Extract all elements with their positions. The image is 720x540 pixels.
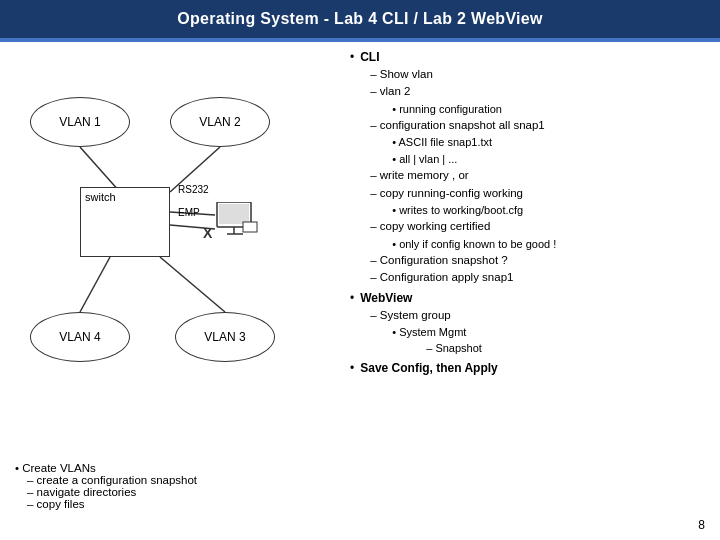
create-vlans-item: Create VLANs [15, 462, 197, 474]
page-header: Operating System - Lab 4 CLI / Lab 2 Web… [0, 0, 720, 38]
x-mark: X [203, 225, 212, 241]
bullet-dot-save: • [350, 361, 354, 375]
rs232-label: RS232 [178, 184, 209, 195]
computer-icon [215, 202, 260, 240]
save-config-item: Save Config, then Apply [360, 361, 498, 375]
bullet-dot-webview: • [350, 291, 354, 305]
copy-running-item: copy running-config working writes to wo… [370, 185, 556, 219]
vlan2-item: vlan 2 running configuration [370, 83, 556, 117]
config-apply-item: Configuration apply snap1 [370, 269, 556, 286]
left-panel: VLAN 1 VLAN 2 VLAN 4 VLAN 3 switch RS232… [0, 42, 340, 538]
config-snapshot-item: configuration snapshot all snap1 ASCII f… [370, 117, 556, 167]
emp-label: EMP [178, 207, 200, 218]
svg-line-0 [80, 147, 120, 192]
network-diagram: VLAN 1 VLAN 2 VLAN 4 VLAN 3 switch RS232… [20, 57, 320, 397]
snapshot-item: Snapshot [426, 340, 482, 357]
running-config-item: running configuration [392, 101, 556, 118]
svg-rect-10 [243, 222, 257, 232]
config-snapshot-q-item: Configuration snapshot ? [370, 252, 556, 269]
vlan4-node: VLAN 4 [30, 312, 130, 362]
bottom-item3: copy files [27, 498, 197, 510]
all-vlan-item: all | vlan | ... [392, 151, 556, 168]
system-mgmt-item: System Mgmt Snapshot [392, 324, 482, 357]
svg-line-2 [80, 257, 110, 312]
cli-label: CLI [360, 50, 556, 64]
bottom-section: Create VLANs create a configuration snap… [15, 462, 197, 510]
vlan1-node: VLAN 1 [30, 97, 130, 147]
write-memory-item: write memory , or [370, 167, 556, 184]
vlan3-node: VLAN 3 [175, 312, 275, 362]
system-group-item: System group System Mgmt Snapshot [370, 307, 482, 357]
only-if-item: only if config known to be good ! [392, 236, 556, 253]
page-title: Operating System - Lab 4 CLI / Lab 2 Web… [177, 10, 543, 27]
copy-working-item: copy working certified only if config kn… [370, 218, 556, 252]
svg-rect-7 [219, 204, 249, 224]
show-vlan-item: Show vlan [370, 66, 556, 83]
webview-label: WebView [360, 291, 482, 305]
svg-line-3 [160, 257, 225, 312]
page-number: 8 [698, 518, 705, 532]
webview-section: WebView System group System Mgmt Snapsho… [360, 291, 482, 357]
bottom-item2: navigate directories [27, 486, 197, 498]
vlan2-node: VLAN 2 [170, 97, 270, 147]
bottom-item1: create a configuration snapshot [27, 474, 197, 486]
right-panel: • CLI Show vlan vlan 2 running configura… [340, 42, 720, 538]
switch-node: switch [80, 187, 170, 257]
ascii-file-item: ASCII file snap1.txt [392, 134, 556, 151]
cli-section: CLI Show vlan vlan 2 running configurati… [360, 50, 556, 287]
bullet-dot-cli: • [350, 50, 354, 64]
writes-to-item: writes to working/boot.cfg [392, 202, 556, 219]
